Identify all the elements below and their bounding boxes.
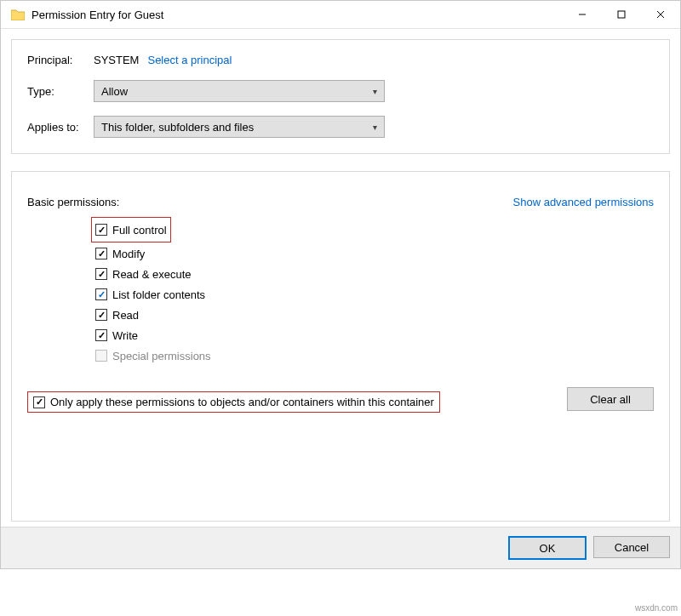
chevron-down-icon: ▾ [373,87,377,96]
clear-all-button[interactable]: Clear all [567,387,654,411]
type-label: Type: [27,85,94,98]
permission-item: Read [95,305,654,325]
ok-label: OK [540,542,556,555]
permission-checkbox[interactable] [95,309,107,321]
window-buttons [563,1,680,28]
permission-label: Read [112,309,139,322]
folder-icon [11,9,25,20]
permission-entry-dialog: Permission Entry for Guest Principal: SY… [0,0,681,569]
applies-to-select[interactable]: This folder, subfolders and files ▾ [94,116,385,138]
principal-name: SYSTEM [94,54,139,66]
cancel-label: Cancel [615,541,649,554]
permission-item: Full control [91,217,171,242]
svg-rect-1 [618,11,625,18]
permission-item: Modify [95,243,654,264]
permission-checkbox[interactable] [95,248,107,260]
ok-button[interactable]: OK [508,536,587,560]
clear-all-label: Clear all [590,393,631,406]
type-select[interactable]: Allow ▾ [94,80,385,102]
permission-checkbox[interactable] [95,288,107,300]
permission-checkbox[interactable] [95,329,107,341]
permission-label: List folder contents [112,288,205,301]
permission-checkbox[interactable] [95,224,107,236]
watermark: wsxdn.com [635,603,678,613]
only-apply-label: Only apply these permissions to objects … [50,396,434,408]
principal-panel: Principal: SYSTEM Select a principal Typ… [11,39,670,154]
maximize-button[interactable] [602,1,641,28]
window-title: Permission Entry for Guest [31,9,563,21]
permission-item: List folder contents [95,284,654,305]
chevron-down-icon: ▾ [373,123,377,132]
permission-checkbox [95,350,107,362]
permission-label: Special permissions [112,350,211,362]
type-select-value: Allow [101,85,128,98]
permission-label: Full control [112,224,167,237]
permission-label: Write [112,329,138,342]
permission-label: Read & execute [112,268,192,281]
applies-to-select-value: This folder, subfolders and files [101,121,254,134]
permission-item: Write [95,325,654,345]
cancel-button[interactable]: Cancel [593,536,670,558]
close-button[interactable] [641,1,680,28]
permissions-panel: Basic permissions: Show advanced permiss… [11,171,670,522]
select-principal-link[interactable]: Select a principal [147,54,232,66]
only-apply-checkbox[interactable] [33,396,45,408]
permission-checkbox[interactable] [95,268,107,280]
permission-item: Read & execute [95,264,654,284]
only-apply-row: Only apply these permissions to objects … [27,391,440,413]
show-advanced-permissions-link[interactable]: Show advanced permissions [513,196,654,208]
dialog-footer: OK Cancel [1,527,680,568]
minimize-button[interactable] [563,1,602,28]
basic-permissions-label: Basic permissions: [27,196,119,208]
permission-item: Special permissions [95,345,654,366]
permissions-list: Full controlModifyRead & executeList fol… [95,217,654,366]
titlebar: Permission Entry for Guest [1,1,680,29]
permission-label: Modify [112,248,145,260]
principal-label: Principal: [27,54,94,66]
applies-to-label: Applies to: [27,121,94,134]
